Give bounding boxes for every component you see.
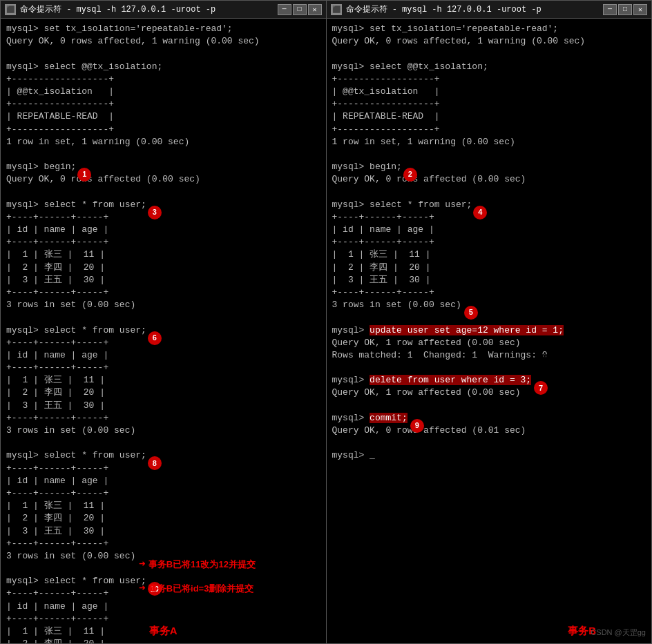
watermark: CSDN @天罡gg bbox=[591, 627, 646, 638]
arrow-annotation-2: ➜ 事务B已将id=3删除并提交 bbox=[139, 581, 253, 596]
arrow-text-2: 事务B已将id=3删除并提交 bbox=[148, 583, 254, 595]
right-title-controls: ─ □ ✕ bbox=[603, 4, 647, 15]
badge-8: 8 bbox=[148, 456, 162, 470]
annotation-jiejue-zangdu-1: 解决脏读 bbox=[132, 288, 171, 302]
left-terminal-body: mysql> set tx_isolation='repeatable-read… bbox=[1, 19, 326, 643]
badge-6: 6 bbox=[148, 331, 162, 345]
windows-container: ⬛ 命令提示符 - mysql -h 127.0.0.1 -uroot -p ─… bbox=[0, 0, 652, 644]
annotation-text-10: 解决不可重复读 bbox=[132, 523, 200, 536]
right-terminal-icon: ⬛ bbox=[331, 4, 342, 15]
left-minimize-btn[interactable]: ─ bbox=[278, 4, 291, 15]
badge-9-inline: 9 bbox=[410, 419, 424, 433]
annotation-update-uncommitted: 更新未提交 bbox=[451, 284, 499, 298]
badge-1: 1 bbox=[77, 168, 91, 182]
annotation-commit: 提交 bbox=[479, 393, 498, 407]
arrow-icon-1: ➜ bbox=[139, 557, 146, 572]
annotation-delete: 删除 bbox=[541, 353, 560, 367]
right-maximize-btn[interactable]: □ bbox=[618, 4, 632, 15]
delete-text: 删除 bbox=[541, 353, 560, 367]
left-maximize-btn[interactable]: □ bbox=[293, 4, 307, 15]
left-close-btn[interactable]: ✕ bbox=[308, 4, 322, 15]
badge-7-inline: 7 bbox=[534, 381, 548, 395]
annotation-text-8: 解决脏读 bbox=[132, 405, 171, 419]
left-terminal-content: mysql> set tx_isolation='repeatable-read… bbox=[6, 23, 320, 643]
annotation-text-6: 解决脏读 bbox=[132, 288, 171, 302]
right-title-bar: ⬛ 命令提示符 - mysql -h 127.0.0.1 -uroot -p ─… bbox=[327, 1, 652, 19]
arrow-text-1: 事务B已将11改为12并提交 bbox=[148, 558, 256, 571]
left-title-text: 命令提示符 - mysql -h 127.0.0.1 -uroot -p bbox=[20, 3, 274, 15]
right-terminal-body: mysql> set tx_isolation='repeatable-read… bbox=[327, 19, 652, 643]
right-terminal: ⬛ 命令提示符 - mysql -h 127.0.0.1 -uroot -p ─… bbox=[326, 0, 653, 644]
left-title-controls: ─ □ ✕ bbox=[278, 4, 322, 15]
right-minimize-btn[interactable]: ─ bbox=[603, 4, 617, 15]
left-footer-label: 事务A bbox=[149, 623, 178, 638]
right-title-text: 命令提示符 - mysql -h 127.0.0.1 -uroot -p bbox=[346, 3, 600, 15]
badge-2: 2 bbox=[403, 168, 417, 182]
commit-text: 提交 bbox=[479, 393, 498, 407]
update-uncommitted-text: 更新未提交 bbox=[451, 284, 499, 298]
left-terminal: ⬛ 命令提示符 - mysql -h 127.0.0.1 -uroot -p ─… bbox=[0, 0, 326, 644]
arrow-annotation-1: ➜ 事务B已将11改为12并提交 bbox=[139, 557, 256, 572]
annotation-buzhongfudu: 解决不可重复读 bbox=[132, 523, 200, 536]
badge-5-inline: 5 bbox=[464, 306, 478, 320]
left-title-bar: ⬛ 命令提示符 - mysql -h 127.0.0.1 -uroot -p ─… bbox=[1, 1, 326, 19]
badge-3: 3 bbox=[148, 206, 162, 219]
badge-4: 4 bbox=[473, 206, 487, 219]
left-terminal-icon: ⬛ bbox=[5, 4, 16, 15]
arrow-icon-2: ➜ bbox=[139, 581, 146, 596]
right-close-btn[interactable]: ✕ bbox=[633, 4, 647, 15]
annotation-jiejue-zangdu-2: 解决脏读 bbox=[132, 405, 171, 419]
